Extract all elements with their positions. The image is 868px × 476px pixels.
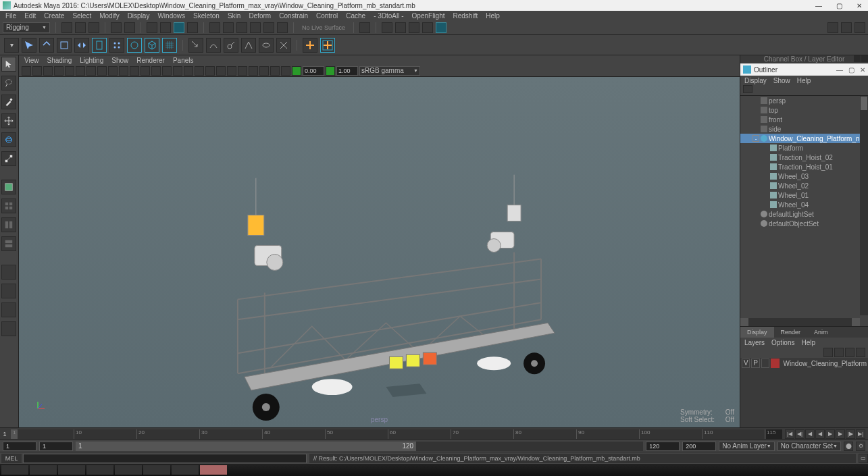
panel-layout-c[interactable]	[854, 22, 865, 33]
range-end-inner[interactable]	[646, 442, 680, 451]
select-mode-component[interactable]	[174, 22, 184, 33]
menu-3dtoall[interactable]: - 3DtoAll -	[374, 12, 403, 20]
tab-anim[interactable]: Anim	[807, 327, 835, 338]
task-item[interactable]	[30, 465, 57, 475]
vp-isolate[interactable]	[205, 66, 215, 76]
outliner-filter-btn[interactable]	[743, 85, 752, 93]
layers-menu-help[interactable]: Help	[801, 339, 815, 346]
outliner-item[interactable]: Traction_Hoist_02	[740, 153, 868, 162]
scroll-right-icon[interactable]	[852, 318, 860, 326]
time-slider[interactable]: 1 1102030405060708090100110115 |◀ ◀| ◀ ◀…	[0, 427, 868, 440]
outliner-minimize[interactable]: —	[836, 66, 843, 74]
vp-safe-action[interactable]	[130, 66, 139, 76]
outliner-item[interactable]: defaultObjectSet	[740, 219, 868, 228]
snap-point[interactable]	[236, 22, 247, 33]
vp-ao[interactable]	[249, 66, 258, 76]
vp-field-chart[interactable]	[119, 66, 128, 76]
scroll-left-icon[interactable]	[740, 318, 748, 326]
shelf-cross-b[interactable]	[320, 38, 335, 53]
vp-gate-mask[interactable]	[108, 66, 118, 76]
anim-layer-select[interactable]: No Anim Layer ▼	[719, 442, 775, 451]
shelf-select-tool[interactable]	[22, 38, 36, 53]
outliner-item[interactable]: Wheel_02	[740, 181, 868, 190]
menu-modify[interactable]: Modify	[99, 12, 119, 20]
shelf-grid[interactable]	[162, 38, 177, 53]
step-forward-key-button[interactable]: |▶	[846, 429, 855, 439]
select-mode-multi[interactable]	[187, 22, 198, 33]
select-tool[interactable]	[1, 57, 16, 72]
shelf-soft-mod[interactable]	[259, 38, 274, 53]
vp-xray[interactable]	[216, 66, 226, 76]
vp-menu-show[interactable]: Show	[111, 57, 128, 64]
menu-select[interactable]: Select	[72, 12, 91, 20]
vp-lights[interactable]	[184, 66, 193, 76]
outliner-maximize[interactable]: ▢	[848, 66, 854, 74]
layer-row[interactable]: V P Window_Cleaning_Platform	[740, 358, 868, 369]
step-back-button[interactable]: ◀	[805, 429, 815, 439]
menu-deform[interactable]: Deform	[249, 12, 271, 20]
outliner-item[interactable]: Wheel_03	[740, 171, 868, 181]
outliner-item[interactable]: Platform	[740, 143, 868, 153]
range-start-inner[interactable]	[39, 442, 73, 451]
vp-dof[interactable]	[281, 66, 290, 76]
outliner-item[interactable]: top	[740, 105, 868, 115]
character-set-select[interactable]: No Character Set ▼	[777, 442, 841, 451]
auto-key-toggle[interactable]: ⬤	[844, 442, 853, 451]
open-scene-button[interactable]	[75, 22, 86, 33]
shelf-select-all[interactable]	[74, 38, 89, 53]
save-scene-button[interactable]	[88, 22, 99, 33]
task-item[interactable]	[58, 465, 85, 475]
menu-file[interactable]: File	[5, 12, 16, 20]
panel-layout-a[interactable]	[827, 22, 838, 33]
menu-edit[interactable]: Edit	[24, 12, 36, 20]
undo-button[interactable]	[111, 22, 122, 33]
new-scene-button[interactable]	[61, 22, 72, 33]
play-forward-button[interactable]: ▶	[825, 429, 835, 439]
layout-three-a[interactable]	[1, 265, 16, 280]
layer-playback[interactable]: P	[751, 359, 759, 368]
snap-live-button[interactable]	[277, 22, 288, 33]
command-input[interactable]	[23, 454, 307, 463]
rotate-tool[interactable]	[1, 132, 16, 147]
vp-menu-renderer[interactable]: Renderer	[136, 57, 165, 64]
layer-color-swatch[interactable]	[771, 359, 779, 368]
shelf-menu-toggle[interactable]: ▾	[4, 38, 19, 53]
shelf-scale[interactable]	[224, 38, 238, 53]
vp-smooth-shade[interactable]	[162, 66, 172, 76]
layer-name[interactable]: Window_Cleaning_Platform	[781, 360, 867, 367]
shelf-cube[interactable]	[145, 38, 159, 53]
vp-bookmark[interactable]	[32, 66, 42, 76]
range-track[interactable]: 1 120	[76, 442, 643, 451]
range-end-outer[interactable]	[682, 442, 716, 451]
minimize-button[interactable]: —	[813, 1, 825, 10]
ipr-render-button[interactable]	[395, 22, 406, 33]
snap-curve[interactable]	[223, 22, 234, 33]
script-lang-label[interactable]: MEL	[1, 454, 22, 463]
shelf-paint-select[interactable]	[57, 38, 72, 53]
layout-single[interactable]	[1, 180, 16, 194]
render-frame-button[interactable]	[382, 22, 392, 33]
vp-motion-blur[interactable]	[259, 66, 269, 76]
layout-three-c[interactable]	[1, 302, 16, 317]
play-back-button[interactable]: ◀	[815, 429, 825, 439]
layout-four[interactable]	[1, 199, 16, 213]
outliner-item[interactable]: Wheel_01	[740, 190, 868, 200]
snap-grid[interactable]	[209, 22, 220, 33]
task-item[interactable]	[143, 465, 170, 475]
shelf-sculpt[interactable]	[276, 38, 291, 53]
shelf-cross-a[interactable]	[303, 38, 317, 53]
vp-xray-joints[interactable]	[227, 66, 236, 76]
outliner-item[interactable]: Traction_Hoist_01	[740, 162, 868, 171]
vp-menu-lighting[interactable]: Lighting	[80, 57, 103, 64]
shelf-deselect[interactable]	[92, 38, 107, 53]
outliner-item[interactable]: Wheel_04	[740, 200, 868, 209]
layer-move-down[interactable]	[834, 348, 844, 357]
snap-plane[interactable]	[250, 22, 261, 33]
vp-textured[interactable]	[173, 66, 182, 76]
vp-menu-shading[interactable]: Shading	[47, 57, 72, 64]
vp-aa[interactable]	[270, 66, 280, 76]
vp-gamma-toggle-a[interactable]	[292, 66, 301, 76]
layer-new-selected[interactable]	[856, 348, 865, 357]
shelf-hierarchy[interactable]	[127, 38, 142, 53]
vp-2d-pan[interactable]	[54, 66, 63, 76]
